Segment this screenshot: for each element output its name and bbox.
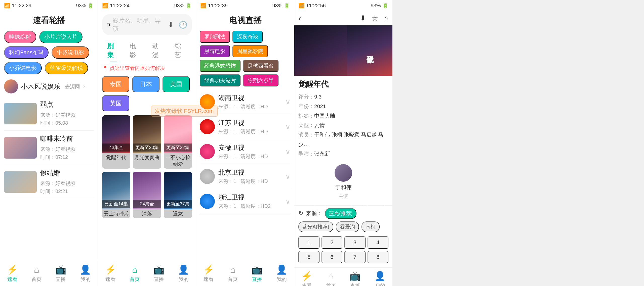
header-action-icons: ⬇ ☆ ⌂ <box>360 14 388 22</box>
download-icon-4[interactable]: ⬇ <box>360 14 366 22</box>
country-japan[interactable]: 日本 <box>132 76 159 92</box>
tab-variety[interactable]: 综艺 <box>170 39 192 62</box>
nav-live-4[interactable]: 📺 直播 <box>349 271 361 286</box>
tag-wamei[interactable]: 哇妹综解 <box>4 31 36 43</box>
nav-live-3[interactable]: 📺 直播 <box>251 264 263 283</box>
tv-icon-1: 📺 <box>55 264 66 275</box>
ch-tag-luoxiang[interactable]: 罗翔刑法 <box>200 31 230 43</box>
history-icon[interactable]: 🕐 <box>179 21 187 29</box>
nav-label-sukan-2: 速看 <box>105 276 115 283</box>
tab-movie[interactable]: 电影 <box>125 39 147 62</box>
video-info-1: 弱点 来源：好看视频 时间：05:08 <box>40 100 94 127</box>
director-label: 导演： <box>298 151 314 157</box>
ch-tag-heimei[interactable]: 黑莓电影 <box>200 45 230 57</box>
tag-xiaoqiao[interactable]: 小乔讲电影 <box>4 62 42 74</box>
drama-card-yi[interactable]: 更新至22集 一不小心捡到爱 <box>164 115 192 169</box>
video-source-3: 来源：好看视频 <box>40 179 94 187</box>
video-item-3[interactable]: 假结婚 来源：好看视频 时间：02:21 <box>4 165 94 199</box>
tag-kehuan[interactable]: 科幻Fans布玛 <box>4 46 49 59</box>
ep-4[interactable]: 4 <box>368 236 389 249</box>
ch-tag-zhouxing[interactable]: 周星驰影院 <box>232 45 268 57</box>
nav-label-mine-1: 我的 <box>80 276 91 283</box>
video-item-1[interactable]: 弱点 来源：好看视频 时间：05:08 <box>4 97 94 131</box>
tag-lannque[interactable]: 蓝雀爆笑解说 <box>45 62 88 74</box>
tv-icon-4: 📺 <box>349 271 361 281</box>
channel-hunan[interactable]: 湖南卫视 来源：1 清晰度：HD ∨ <box>200 89 291 114</box>
ep-2[interactable]: 2 <box>321 236 343 249</box>
ch-info-anhui: 安徽卫视 来源：1 清晰度：HD <box>218 143 282 160</box>
flash-tip[interactable]: 📍 点这里查看闪退如何解决 <box>98 62 196 74</box>
nav-home-2[interactable]: ⌂ 首页 <box>130 264 140 283</box>
ch-tag-zuqiu[interactable]: 足球西看台 <box>243 60 278 72</box>
tag-xiaopian[interactable]: 小片片说大片 <box>39 31 83 43</box>
ch-tag-kongfu[interactable]: 经典功夫港片 <box>200 74 240 86</box>
channel-zhejiang[interactable]: 浙江卫视 来源：1 清晰度：HD2 ∨ <box>200 189 291 214</box>
ch-name-hunan: 湖南卫视 <box>218 93 282 102</box>
lightning-icon-4: ⚡ <box>301 271 312 281</box>
ep-1[interactable]: 1 <box>298 236 319 249</box>
channel-jiangsu[interactable]: 江苏卫视 来源：1 清晰度：HD ∨ <box>200 114 291 139</box>
source-row-1[interactable]: 小木风说娱乐 去源网 › <box>0 76 98 97</box>
drama-card-qing[interactable]: 24集全 清落 <box>133 172 161 218</box>
drama-card-jue[interactable]: 43集全 觉醒年代 <box>102 115 130 169</box>
tab-drama[interactable]: 剧集 <box>102 39 125 62</box>
refresh-icon[interactable]: ↻ <box>298 210 303 217</box>
ep-7[interactable]: 7 <box>344 251 366 263</box>
country-usa[interactable]: 美国 <box>163 76 190 92</box>
nav-mine-4[interactable]: 👤 我的 <box>374 271 386 286</box>
badge-yue: 更新至30集 <box>133 144 161 152</box>
source-bluray-a[interactable]: 蓝光A(推荐) <box>298 221 333 232</box>
nav-sukan-1[interactable]: ⚡ 速看 <box>7 264 18 283</box>
movie-banner: 觉醒年代 <box>294 25 392 76</box>
channel-beijing[interactable]: 北京卫视 来源：1 清晰度：HD ∨ <box>200 164 291 189</box>
nav-sukan-4[interactable]: ⚡ 速看 <box>301 271 312 286</box>
cast-section: 于和伟 主演 <box>294 162 392 201</box>
ch-tag-shenyeqitan[interactable]: 深夜奇谈 <box>232 31 263 43</box>
video-source-2: 来源：好看视频 <box>40 145 94 153</box>
source-nanke[interactable]: 南柯 <box>361 221 380 232</box>
wifi-icon-4: 📶 <box>298 3 305 9</box>
search-bar[interactable]: ⊡ 影片名、明星、导演 ⬇ 🕐 <box>102 14 192 35</box>
video-info-2: 咖啡未冷前 来源：好看视频 时间：07:12 <box>40 134 94 161</box>
ep-8[interactable]: 8 <box>368 251 389 263</box>
status-left-1: 📶 11:22:29 <box>4 3 31 9</box>
nav-mine-1[interactable]: 👤 我的 <box>80 264 91 283</box>
nav-mine-3[interactable]: 👤 我的 <box>276 264 287 283</box>
cast-card-main[interactable]: 于和伟 主演 <box>298 164 388 199</box>
country-thai[interactable]: 泰国 <box>102 76 129 92</box>
ep-5[interactable]: 5 <box>298 251 319 263</box>
source-tun[interactable]: 吞爱淘 <box>336 221 359 232</box>
drama-card-yu[interactable]: 更新至37集 遇龙 <box>164 172 192 218</box>
ep-6[interactable]: 6 <box>321 251 343 263</box>
nav-home-3[interactable]: ⌂ 首页 <box>228 264 238 283</box>
drama-card-ai[interactable]: 更新至14集 爱上特种兵 <box>102 172 130 218</box>
nav-sukan-3[interactable]: ⚡ 速看 <box>203 264 214 283</box>
tag-niushu[interactable]: 牛叔说电影 <box>52 46 89 59</box>
battery-4: 93% 🔋 <box>371 3 388 9</box>
nav-mine-2[interactable]: 👤 我的 <box>178 264 189 283</box>
download-icon[interactable]: ⬇ <box>168 21 174 29</box>
video-item-2[interactable]: 咖啡未冷前 来源：好看视频 时间：07:12 <box>4 131 94 165</box>
channel-anhui[interactable]: 安徽卫视 来源：1 清晰度：HD ∨ <box>200 139 291 164</box>
nav-home-4[interactable]: ⌂ 首页 <box>326 271 336 286</box>
back-button[interactable]: ‹ <box>298 14 301 23</box>
country-uk[interactable]: 英国 <box>102 95 129 111</box>
ch-tag-kongshihorror[interactable]: 经典港式恐怖 <box>200 60 240 72</box>
source-bluray-recommend[interactable]: 蓝光(推荐) <box>325 208 356 219</box>
ep-3[interactable]: 3 <box>344 236 366 249</box>
nav-sukan-2[interactable]: ⚡ 速看 <box>105 264 116 283</box>
poster-yue: 更新至30集 <box>133 115 161 153</box>
nav-live-2[interactable]: 📺 直播 <box>153 264 165 283</box>
ch-tag-chenxiang[interactable]: 陈翔六点半 <box>243 74 278 86</box>
poster-jue: 43集全 <box>102 115 130 153</box>
nav-home-1[interactable]: ⌂ 首页 <box>31 264 42 283</box>
drama-card-yue[interactable]: 更新至30集 月光变奏曲 <box>133 115 161 169</box>
nav-live-1[interactable]: 📺 直播 <box>55 264 66 283</box>
ch-name-beijing: 北京卫视 <box>218 168 282 177</box>
star-icon[interactable]: ☆ <box>372 14 378 22</box>
home-icon-4[interactable]: ⌂ <box>384 14 388 22</box>
video-list: 弱点 来源：好看视频 时间：05:08 咖啡未冷前 来源：好看视频 时间：07:… <box>0 97 98 261</box>
source-link-1[interactable]: 去源网 <box>65 83 80 90</box>
tag-label: 标签： <box>298 113 314 119</box>
tab-anime[interactable]: 动漫 <box>147 39 170 62</box>
